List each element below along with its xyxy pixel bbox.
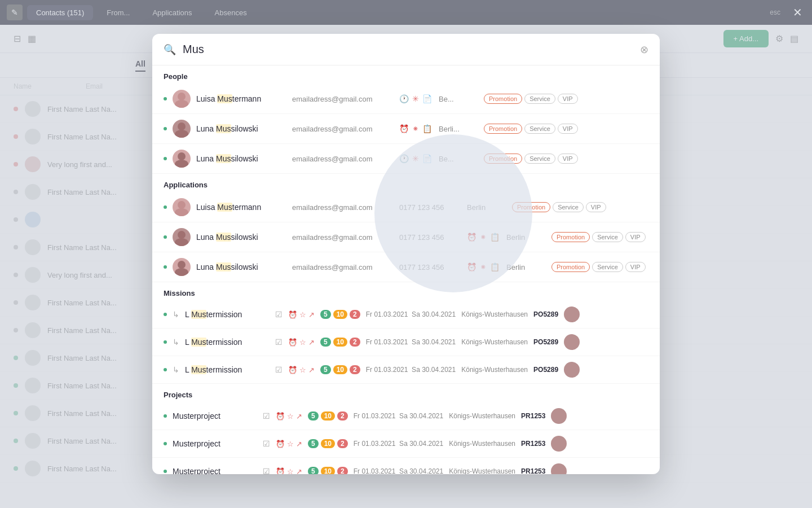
- count-orange: 10: [333, 365, 347, 374]
- mission-name: L Mustermission: [185, 310, 270, 319]
- contact-icons: ⏰ ⁕ 📋: [467, 262, 501, 271]
- mission-dates: Fr 01.03.2021 Sa 30.04.2021: [354, 440, 443, 448]
- star-icon: ⁕: [480, 262, 487, 271]
- contact-email: emailadress@gmail.com: [292, 203, 394, 212]
- check-icon: ☑: [275, 310, 283, 319]
- contact-tags: Promotion Service VIP: [484, 154, 578, 164]
- contact-phone: 0177 123 456: [399, 203, 461, 212]
- check-icon: ☑: [275, 338, 283, 347]
- share-icon: ↗: [296, 412, 302, 421]
- project-code: PR1253: [521, 440, 545, 448]
- status-dot: [164, 235, 167, 239]
- status-dot: [164, 157, 167, 160]
- mission-icon: ↳: [173, 310, 179, 319]
- mission-row-3[interactable]: ↳ L Mustermission ☑ ⏰ ☆ ↗ 5 10 2 Fr 01.0…: [152, 356, 660, 384]
- clock-icon: ⏰: [288, 310, 297, 319]
- mission-counts: 5 10 2: [320, 338, 360, 347]
- project-row-1[interactable]: Musterproject ☑ ⏰ ☆ ↗ 5 10 2 Fr 01.03.20…: [152, 402, 660, 430]
- clock-icon: ⏰: [467, 262, 476, 271]
- star-icon: ☆: [287, 412, 294, 421]
- svg-point-0: [178, 93, 186, 100]
- star-icon: ☆: [299, 338, 306, 347]
- mission-row-2[interactable]: ↳ L Mustermission ☑ ⏰ ☆ ↗ 5 10 2 Fr 01.0…: [152, 329, 660, 356]
- check-icon: ☑: [263, 467, 270, 474]
- contact-city: Berlin: [506, 233, 546, 242]
- application-row-1[interactable]: Luisa Mustermann emailadress@gmail.com 0…: [152, 192, 660, 222]
- mission-avatar: [564, 306, 580, 322]
- mission-name: L Mustermission: [185, 365, 270, 374]
- tag-vip: VIP: [625, 262, 646, 272]
- missions-section: ↳ L Mustermission ☑ ⏰ ☆ ↗ 5 10 2 Fr 01.0…: [152, 301, 660, 384]
- tag-promotion: Promotion: [551, 232, 590, 242]
- status-dot: [164, 205, 167, 209]
- project-avatar: [551, 463, 567, 474]
- projects-section: Musterproject ☑ ⏰ ☆ ↗ 5 10 2 Fr 01.03.20…: [152, 402, 660, 474]
- star-icon: ⁕: [480, 233, 487, 242]
- people-row-2[interactable]: Luna Mussilowski emailadress@gmail.com ⏰…: [152, 114, 660, 144]
- contact-city: Berli...: [439, 125, 478, 133]
- mission-location: Königs-Wusterhausen: [461, 310, 528, 318]
- share-icon: ↗: [308, 310, 315, 319]
- check-icon: ☑: [275, 365, 283, 374]
- mission-avatar: [564, 362, 580, 378]
- mission-meta-icons: ⏰ ☆ ↗: [288, 310, 315, 319]
- count-orange: 10: [321, 411, 335, 421]
- tag-vip: VIP: [625, 232, 646, 242]
- status-dot: [164, 127, 167, 130]
- avatar: [173, 120, 191, 138]
- status-dot: [164, 368, 167, 371]
- mission-icon: ↳: [173, 365, 179, 374]
- mission-counts: 5 10 2: [320, 310, 360, 319]
- status-dot: [164, 313, 167, 316]
- application-row-3[interactable]: Luna Mussilowski emailadress@gmail.com 0…: [152, 252, 660, 282]
- people-row-3[interactable]: Luna Mussilowski emailadress@gmail.com 🕐…: [152, 144, 660, 174]
- contact-tags: Promotion Service VIP: [484, 124, 578, 134]
- mission-counts: 5 10 2: [308, 439, 348, 448]
- project-row-3[interactable]: Musterproject ☑ ⏰ ☆ ↗ 5 10 2 Fr 01.03.20…: [152, 458, 660, 474]
- status-dot: [164, 97, 167, 100]
- tag-vip: VIP: [558, 94, 578, 104]
- contact-city: Be...: [439, 95, 478, 103]
- avatar: [173, 90, 191, 108]
- mission-location: Königs-Wusterhausen: [449, 467, 515, 474]
- contact-phone: 0177 123 456: [399, 263, 461, 271]
- clock-icon: ⏰: [276, 440, 285, 448]
- star-icon: ☆: [299, 366, 306, 374]
- share-icon: ↗: [308, 366, 315, 374]
- tag-promotion: Promotion: [551, 262, 590, 272]
- mission-meta-icons: ⏰ ☆ ↗: [288, 366, 315, 374]
- file-icon: 📋: [422, 124, 432, 133]
- contact-name: Luna Mussilowski: [196, 124, 286, 133]
- contact-email: emailadress@gmail.com: [292, 263, 394, 271]
- clock-icon: ⏰: [288, 366, 297, 374]
- project-code: PR1253: [521, 412, 545, 420]
- project-row-2[interactable]: Musterproject ☑ ⏰ ☆ ↗ 5 10 2 Fr 01.03.20…: [152, 430, 660, 458]
- mission-location: Königs-Wusterhausen: [449, 440, 515, 448]
- mission-location: Königs-Wusterhausen: [461, 366, 528, 374]
- search-input[interactable]: [183, 43, 633, 56]
- tag-vip: VIP: [558, 124, 578, 134]
- mission-name: L Mustermission: [185, 338, 270, 347]
- svg-point-11: [175, 268, 188, 276]
- tag-vip: VIP: [558, 154, 578, 164]
- mission-icon: ↳: [173, 338, 179, 347]
- tag-promotion: Promotion: [484, 124, 522, 134]
- count-green: 5: [320, 365, 331, 374]
- contact-icons: ⏰ ⁕ 📋: [467, 233, 501, 242]
- status-dot: [164, 414, 167, 418]
- application-row-2[interactable]: Luna Mussilowski emailadress@gmail.com 0…: [152, 222, 660, 252]
- mission-meta-icons: ⏰ ☆ ↗: [276, 440, 302, 448]
- mission-row-1[interactable]: ↳ L Mustermission ☑ ⏰ ☆ ↗ 5 10 2 Fr 01.0…: [152, 301, 660, 329]
- tag-service: Service: [524, 124, 555, 134]
- people-row-1[interactable]: Luisa Mustermann emailadress@gmail.com 🕐…: [152, 84, 660, 114]
- project-name: Musterproject: [173, 439, 257, 448]
- mission-code: PO5289: [533, 366, 558, 374]
- status-dot: [164, 442, 167, 445]
- search-clear-button[interactable]: ⊗: [640, 43, 648, 56]
- project-avatar: [551, 436, 567, 452]
- clock-icon: ⏰: [467, 233, 476, 242]
- count-green: 5: [320, 310, 331, 319]
- count-red: 2: [337, 439, 348, 448]
- contact-tags: Promotion Service VIP: [484, 94, 578, 104]
- contact-icons: 🕐 ✳ 📄: [399, 154, 433, 163]
